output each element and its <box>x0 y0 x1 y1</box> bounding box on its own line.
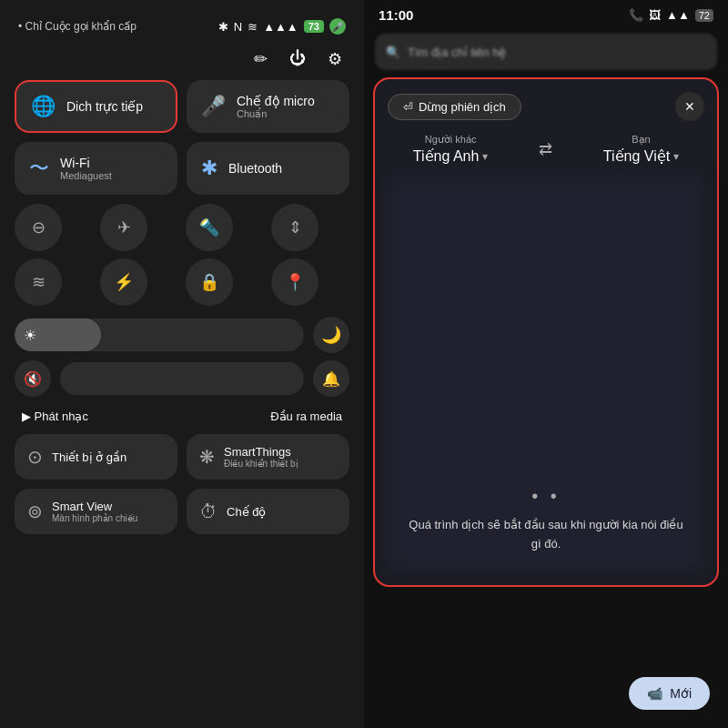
tile-microphone[interactable]: 🎤 Chế độ micro Chuẩn <box>187 80 349 133</box>
small-toggles-row1: ⊖ ✈ 🔦 ⇕ <box>11 204 353 251</box>
lang-to-label: Bạn <box>632 134 650 146</box>
power-icon[interactable]: ⏻ <box>289 49 306 69</box>
smart-view-text: Smart View Màn hình phản chiếu <box>52 500 137 523</box>
translation-header: ⏎ Dừng phiên dịch ✕ <box>388 92 704 121</box>
stop-session-icon: ⏎ <box>403 100 413 114</box>
stop-session-label: Dừng phiên dịch <box>419 100 506 114</box>
tile-nearby-devices[interactable]: ⊙ Thiết bị ở gần <box>15 434 177 480</box>
bottom-tiles: ⊙ Thiết bị ở gần ❋ SmartThings Điều khiể… <box>11 434 353 534</box>
smartthings-text: SmartThings Điều khiển thiết bị <box>224 445 298 469</box>
right-status-icons: 📞 🖼 ▲▲ 72 <box>629 8 713 22</box>
volume-row: 🔇 🔔 <box>11 360 353 397</box>
video-call-icon: 📹 <box>647 686 662 701</box>
volume-slider[interactable] <box>60 362 304 395</box>
translation-hint: Quá trình dịch sẽ bắt đầu sau khi người … <box>388 516 704 554</box>
toggle-rotate[interactable]: ⇕ <box>271 204 318 251</box>
search-bar[interactable]: 🔍 Tìm địa chỉ liên hệ <box>375 34 717 70</box>
smart-view-icon: ⊚ <box>27 500 43 522</box>
smart-view-title: Smart View <box>52 500 137 513</box>
wifi-text: Wi-Fi Mediaguest <box>60 156 112 181</box>
new-btn-label: Mới <box>670 686 692 701</box>
toggle-screen-lock[interactable]: 🔒 <box>186 258 233 306</box>
lang-to-col: Bạn Tiếng Việt ▾ <box>603 134 679 165</box>
toggle-dnd[interactable]: ⊖ <box>15 204 62 251</box>
lang-from-col: Người khác Tiếng Anh ▾ <box>413 134 489 165</box>
close-translation-button[interactable]: ✕ <box>675 92 704 121</box>
nfc-icon: N <box>234 20 242 34</box>
smartthings-sub: Điều khiển thiết bị <box>224 459 298 469</box>
mute-icon[interactable]: 🔇 <box>15 360 51 397</box>
lang-from-label: Người khác <box>425 134 477 146</box>
live-translate-text: Dich trực tiếp <box>66 99 143 114</box>
bluetooth-text: Bluetooth <box>228 161 282 176</box>
status-bar-left: • Chỉ Cuộc gọi khẩn cấp ✱ N ≋ ▲▲▲ 73 🎤 <box>11 15 353 46</box>
bluetooth-icon: ✱ <box>201 157 217 180</box>
moon-button[interactable]: 🌙 <box>313 317 349 353</box>
translation-dots: • • <box>531 486 561 507</box>
lang-from-select[interactable]: Tiếng Anh ▾ <box>413 147 489 165</box>
microphone-sub: Chuẩn <box>237 108 315 120</box>
bluetooth-title: Bluetooth <box>228 161 282 176</box>
tile-wifi[interactable]: 〜 Wi-Fi Mediaguest <box>15 142 177 195</box>
brightness-icon: ☀ <box>24 327 36 344</box>
lang-to-select[interactable]: Tiếng Việt ▾ <box>603 147 679 165</box>
play-music-label[interactable]: ▶ Phát nhạc <box>22 410 88 423</box>
time-display: 11:00 <box>379 7 413 23</box>
bt-status-icon: ✱ <box>218 20 228 34</box>
translation-panel: ⏎ Dừng phiên dịch ✕ Người khác Tiếng Anh… <box>373 77 719 587</box>
battery-badge-left: 73 <box>304 20 324 33</box>
search-placeholder-text: Tìm địa chỉ liên hệ <box>408 46 507 59</box>
emergency-text: • Chỉ Cuộc gọi khẩn cấp <box>18 20 136 33</box>
tile-smart-view[interactable]: ⊚ Smart View Màn hình phản chiếu <box>15 489 177 534</box>
phone-status-icon: 📞 <box>629 8 643 22</box>
signal-bars: ▲▲▲ <box>263 20 298 34</box>
status-bar-right: 11:00 📞 🖼 ▲▲ 72 <box>364 0 728 30</box>
live-translate-title: Dich trực tiếp <box>66 99 143 114</box>
signal-status-icon: ▲▲ <box>666 8 690 22</box>
toggle-flashlight[interactable]: 🔦 <box>186 204 233 251</box>
left-panel: • Chỉ Cuộc gọi khẩn cấp ✱ N ≋ ▲▲▲ 73 🎤 ✏… <box>0 0 364 728</box>
emergency-label: • Chỉ Cuộc gọi khẩn cấp <box>18 20 136 33</box>
swap-languages-icon[interactable]: ⇄ <box>539 139 552 159</box>
language-row: Người khác Tiếng Anh ▾ ⇄ Bạn Tiếng Việt … <box>388 134 704 165</box>
brightness-slider[interactable]: ☀ <box>15 318 304 351</box>
toggle-cast[interactable]: ≋ <box>15 258 62 306</box>
edit-icon[interactable]: ✏ <box>254 49 268 69</box>
mode-text: Chế độ <box>227 505 266 519</box>
quick-tiles: 🌐 Dich trực tiếp 🎤 Chế độ micro Chuẩn 〜 … <box>11 80 353 195</box>
tile-smartthings[interactable]: ❋ SmartThings Điều khiển thiết bị <box>187 434 349 480</box>
lang-from-arrow: ▾ <box>482 150 488 163</box>
media-row: ▶ Phát nhạc Đầu ra media <box>11 410 353 423</box>
mic-badge: 🎤 <box>329 18 346 35</box>
nearby-devices-text: Thiết bị ở gần <box>52 450 126 464</box>
lang-from-value: Tiếng Anh <box>413 147 480 165</box>
smart-view-sub: Màn hình phản chiếu <box>52 513 137 523</box>
translation-content: • • Quá trình dịch sẽ bắt đầu sau khi ng… <box>388 174 704 572</box>
volume-loud-icon[interactable]: 🔔 <box>313 360 349 397</box>
microphone-title: Chế độ micro <box>237 94 315 108</box>
translation-bg-blur <box>388 174 704 572</box>
toggle-airplane[interactable]: ✈ <box>100 204 147 251</box>
tile-bluetooth[interactable]: ✱ Bluetooth <box>187 142 349 195</box>
tile-mode[interactable]: ⏱ Chế độ <box>187 489 349 534</box>
battery-num-right: 72 <box>695 9 713 22</box>
mode-icon: ⏱ <box>199 501 217 522</box>
toolbar: ✏ ⏻ ⚙ <box>11 46 353 80</box>
toggle-battery-saver[interactable]: ⚡ <box>100 258 147 306</box>
media-output-label[interactable]: Đầu ra media <box>270 410 342 423</box>
wifi-status-icon: ≋ <box>248 20 258 34</box>
nearby-title: Thiết bị ở gần <box>52 450 126 464</box>
lang-to-value: Tiếng Việt <box>603 147 670 165</box>
new-meeting-button[interactable]: 📹 Mới <box>629 677 710 710</box>
settings-icon[interactable]: ⚙ <box>328 49 342 69</box>
wifi-title: Wi-Fi <box>60 156 112 170</box>
microphone-text: Chế độ micro Chuẩn <box>237 94 315 120</box>
tile-live-translate[interactable]: 🌐 Dich trực tiếp <box>15 80 177 133</box>
stop-session-button[interactable]: ⏎ Dừng phiên dịch <box>388 94 521 120</box>
photo-status-icon: 🖼 <box>649 8 661 22</box>
small-toggles-row2: ≋ ⚡ 🔒 📍 <box>11 258 353 306</box>
wifi-sub: Mediaguest <box>60 170 112 181</box>
toggle-location[interactable]: 📍 <box>271 258 318 306</box>
live-translate-icon: 🌐 <box>31 95 56 118</box>
wifi-tile-icon: 〜 <box>29 155 49 182</box>
